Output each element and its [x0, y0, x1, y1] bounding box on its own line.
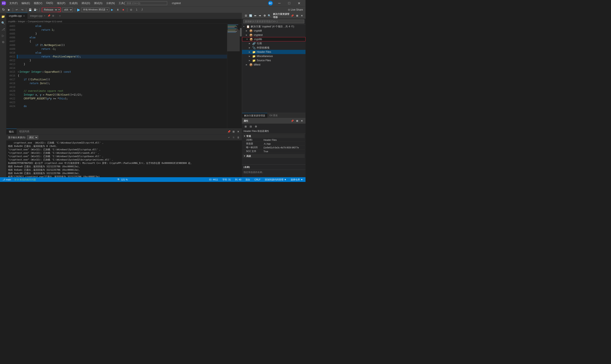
cryptlib-deps-item[interactable]: ▶ 📎 外部依赖项: [242, 46, 306, 50]
prop-row-name[interactable]: (名称) Header Files: [243, 138, 305, 142]
activity-git[interactable]: ⎇: [0, 26, 6, 32]
toolbar-step-into[interactable]: ⤴: [140, 7, 145, 12]
status-select-repo[interactable]: 选择仓库 ▼: [290, 178, 304, 181]
panel-tab-output[interactable]: 输出: [6, 129, 17, 134]
cryptlib-refs-item[interactable]: ▶ 🔗 引用: [242, 41, 306, 46]
se-expand-btn[interactable]: ⊞: [295, 13, 299, 18]
breadcrumb-project[interactable]: cryptlib: [8, 20, 15, 23]
cryptlib-misc-item[interactable]: ▶ 📁 Miscellaneous: [242, 54, 306, 58]
panel-close-button[interactable]: ✕: [236, 130, 240, 134]
status-encoding[interactable]: 混合: [245, 178, 251, 181]
panel-expand-button[interactable]: ⊞: [232, 130, 236, 134]
config-select[interactable]: Release: [42, 8, 58, 12]
se-toolbar-btn3[interactable]: ⬅: [253, 13, 257, 18]
se-toolbar-btn6[interactable]: 🔍: [267, 13, 271, 18]
se-tab-git-changes[interactable]: Git 更改: [267, 113, 280, 118]
prop-row-guid[interactable]: 唯一标识符 {1e9e61cf-0e3c-4b79-955f-9f077e: [243, 146, 305, 149]
panel-tab-error-list[interactable]: 错误列表: [17, 129, 32, 134]
output-clear-button[interactable]: 🗑: [236, 135, 240, 139]
prop-sort-btn1[interactable]: ⊞: [244, 124, 248, 129]
global-search-input[interactable]: [125, 1, 167, 5]
toolbar-breakpoint[interactable]: ⊙: [129, 7, 134, 12]
debug-target-selector[interactable]: 本地 Windows 调试器 ▾: [81, 7, 109, 12]
vertical-scrollbar[interactable]: [240, 24, 242, 129]
activity-debug[interactable]: ▷: [0, 33, 6, 39]
project-cryptlib-item[interactable]: ▼ 📦 cryptlib: [242, 37, 306, 41]
toolbar-redo[interactable]: ↪: [20, 7, 25, 12]
prop-section-advanced-header[interactable]: ▼ 高级: [243, 154, 305, 158]
status-branch[interactable]: ⎇ main: [2, 178, 12, 181]
toolbar-stop[interactable]: ■: [121, 7, 126, 12]
menu-edit[interactable]: 编辑(E): [20, 1, 32, 5]
menu-git[interactable]: Git(G): [44, 1, 55, 5]
output-source-select[interactable]: 调试: [27, 135, 38, 139]
toolbar-step-over[interactable]: ⤵: [134, 7, 139, 12]
se-close-btn[interactable]: ✕: [300, 13, 304, 18]
prop-expand-btn[interactable]: ⊞: [295, 119, 299, 123]
config-dropdown[interactable]: Release ▾: [42, 7, 61, 12]
live-share-button[interactable]: ⊙ Live Share: [286, 8, 305, 12]
prop-sort-btn2[interactable]: ⊟: [249, 124, 253, 129]
maximize-button[interactable]: □: [284, 0, 294, 6]
toolbar-save[interactable]: 💾: [27, 7, 33, 12]
menu-project[interactable]: 项目(P): [55, 1, 67, 5]
platform-select[interactable]: x64: [62, 7, 73, 12]
output-copy-button[interactable]: ⎘: [232, 135, 236, 139]
tab-integer-cpp[interactable]: integer.cpp ✕ 📌 ⊞: [27, 13, 57, 19]
tab-cryptlib-cpp[interactable]: cryptlib.cpp ✕: [6, 13, 27, 19]
status-col[interactable]: 字符: 31: [222, 178, 232, 181]
start-debug-button[interactable]: ▶: [76, 7, 81, 13]
minimize-button[interactable]: ─: [275, 0, 284, 6]
project-cryptest-item[interactable]: ▶ 📦 cryptest: [242, 33, 306, 37]
toolbar-new-project[interactable]: ↻: [1, 7, 6, 12]
fold-indicator[interactable]: ⊟: [18, 70, 19, 74]
se-toolbar-btn4[interactable]: ➡: [258, 13, 262, 18]
project-dlltest-item[interactable]: ▶ 📦 dlltest: [242, 63, 306, 67]
solution-root-item[interactable]: ▼ 📋 解决方案 'cryptest' (4 个项目，共 4 个): [242, 24, 306, 29]
prop-pin-btn[interactable]: 📌: [290, 119, 294, 123]
toolbar-btn2[interactable]: ▶: [6, 7, 12, 12]
prop-section-general-header[interactable]: ▼ 常规: [243, 134, 305, 138]
toolbar-save-all[interactable]: 💾+: [33, 7, 38, 12]
prop-row-filter[interactable]: 筛选器 .h;.hpp: [243, 142, 305, 146]
cryptlib-source-files-item[interactable]: ▶ 📁 Source Files: [242, 58, 306, 63]
prop-settings-btn[interactable]: ⚙: [254, 124, 258, 129]
menu-build[interactable]: 生成(B): [67, 1, 79, 5]
menu-debug[interactable]: 调试(D): [80, 1, 92, 5]
minimap[interactable]: [227, 24, 240, 129]
activity-search[interactable]: 🔍: [0, 20, 6, 26]
status-row[interactable]: 行: 4411: [208, 178, 219, 181]
prop-row-scc[interactable]: SCC 文件 True: [243, 149, 305, 153]
prop-close-btn[interactable]: ✕: [300, 119, 304, 123]
se-pin-btn[interactable]: 📌: [290, 13, 294, 18]
code-content[interactable]: else return 1; } else { if (t.NotNegativ…: [17, 24, 227, 129]
activity-extensions[interactable]: ⧉: [0, 39, 6, 45]
se-toolbar-btn5[interactable]: ⚙: [262, 13, 267, 18]
status-add-to-source[interactable]: 添加到源代码管理 ▼: [264, 178, 287, 181]
activity-explorer[interactable]: 📁: [0, 13, 6, 20]
toolbar-pause[interactable]: ⏸: [115, 7, 120, 12]
status-line-ending[interactable]: CRLF: [253, 178, 261, 181]
breadcrumb-method[interactable]: Compare(const Integer & t) const: [27, 20, 62, 23]
output-wrap-button[interactable]: ↵: [227, 135, 231, 139]
menu-test[interactable]: 测试(S): [92, 1, 104, 5]
menu-analyze[interactable]: 分析(N): [105, 1, 117, 5]
menu-file[interactable]: 文件(F): [8, 1, 19, 5]
status-problems[interactable]: ⊘ ⊘ 未找到相关问题: [13, 178, 37, 181]
scrollbar-thumb[interactable]: [240, 28, 242, 37]
close-button[interactable]: ✕: [294, 0, 304, 6]
add-tab-button[interactable]: +: [57, 13, 63, 19]
se-tab-solution-explorer[interactable]: 解决方案资源管理器: [242, 113, 267, 118]
toolbar-undo[interactable]: ↩: [14, 7, 19, 12]
toolbar-continue[interactable]: ▶: [110, 7, 115, 12]
cryptlib-header-files-item[interactable]: ▶ 📁 Header Files: [242, 50, 306, 54]
tab-close-cryptlib[interactable]: ✕: [23, 15, 25, 17]
se-toolbar-btn2[interactable]: 🔄: [248, 13, 253, 18]
user-avatar[interactable]: EC: [268, 1, 273, 5]
tab-close-integer[interactable]: ✕: [44, 15, 45, 17]
se-toolbar-btn1[interactable]: ⊡: [244, 13, 248, 18]
se-search-input[interactable]: [243, 20, 304, 23]
menu-view[interactable]: 视图(V): [32, 1, 44, 5]
breadcrumb-class[interactable]: Integer: [18, 20, 25, 23]
project-cryptdll-item[interactable]: ▶ 📦 cryptdll: [242, 29, 306, 33]
